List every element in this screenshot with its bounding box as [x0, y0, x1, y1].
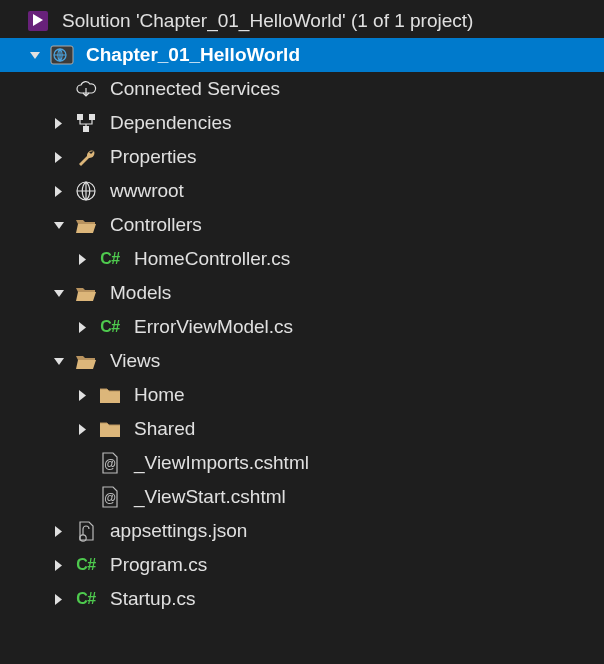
solution-icon: [22, 6, 54, 36]
expand-icon[interactable]: [48, 113, 68, 133]
cshtml-icon: [94, 448, 126, 478]
expand-icon[interactable]: [72, 317, 92, 337]
views-folder[interactable]: Views: [0, 344, 604, 378]
expand-icon[interactable]: [48, 555, 68, 575]
errorviewmodel-file[interactable]: C# ErrorViewModel.cs: [0, 310, 604, 344]
collapse-icon[interactable]: [48, 283, 68, 303]
node-label: _ViewImports.cshtml: [134, 452, 309, 474]
blank-expander: [72, 453, 92, 473]
node-label: Controllers: [110, 214, 202, 236]
viewstart-file[interactable]: _ViewStart.cshtml: [0, 480, 604, 514]
node-label: HomeController.cs: [134, 248, 290, 270]
csharp-icon: C#: [70, 584, 102, 614]
node-label: Shared: [134, 418, 195, 440]
homecontroller-file[interactable]: C# HomeController.cs: [0, 242, 604, 276]
expand-icon[interactable]: [48, 147, 68, 167]
node-label: _ViewStart.cshtml: [134, 486, 286, 508]
node-label: wwwroot: [110, 180, 184, 202]
solution-node[interactable]: Solution 'Chapter_01_HelloWorld' (1 of 1…: [0, 4, 604, 38]
expand-icon[interactable]: [48, 521, 68, 541]
cloud-icon: [70, 74, 102, 104]
node-label: Properties: [110, 146, 197, 168]
wrench-icon: [70, 142, 102, 172]
blank-expander: [48, 79, 68, 99]
project-icon: [46, 40, 78, 70]
cshtml-icon: [94, 482, 126, 512]
node-label: Home: [134, 384, 185, 406]
node-label: Program.cs: [110, 554, 207, 576]
folder-open-icon: [70, 346, 102, 376]
node-label: Views: [110, 350, 160, 372]
dependencies-node[interactable]: Dependencies: [0, 106, 604, 140]
folder-open-icon: [70, 210, 102, 240]
csharp-icon: C#: [94, 312, 126, 342]
wwwroot-node[interactable]: wwwroot: [0, 174, 604, 208]
blank-expander: [0, 11, 20, 31]
shared-folder[interactable]: Shared: [0, 412, 604, 446]
collapse-icon[interactable]: [48, 215, 68, 235]
viewimports-file[interactable]: _ViewImports.cshtml: [0, 446, 604, 480]
node-label: Startup.cs: [110, 588, 196, 610]
expand-icon[interactable]: [72, 385, 92, 405]
startup-file[interactable]: C# Startup.cs: [0, 582, 604, 616]
properties-node[interactable]: Properties: [0, 140, 604, 174]
folder-closed-icon: [94, 414, 126, 444]
expand-icon[interactable]: [72, 419, 92, 439]
csharp-icon: C#: [70, 550, 102, 580]
node-label: ErrorViewModel.cs: [134, 316, 293, 338]
solution-explorer-tree: Solution 'Chapter_01_HelloWorld' (1 of 1…: [0, 0, 604, 616]
home-folder[interactable]: Home: [0, 378, 604, 412]
program-file[interactable]: C# Program.cs: [0, 548, 604, 582]
csharp-icon: C#: [94, 244, 126, 274]
project-node[interactable]: Chapter_01_HelloWorld: [0, 38, 604, 72]
globe-icon: [70, 176, 102, 206]
connected-services-node[interactable]: Connected Services: [0, 72, 604, 106]
node-label: Models: [110, 282, 171, 304]
project-label: Chapter_01_HelloWorld: [86, 44, 300, 66]
models-folder[interactable]: Models: [0, 276, 604, 310]
node-label: Connected Services: [110, 78, 280, 100]
expand-icon[interactable]: [72, 249, 92, 269]
dependencies-icon: [70, 108, 102, 138]
solution-label: Solution 'Chapter_01_HelloWorld' (1 of 1…: [62, 10, 473, 32]
controllers-folder[interactable]: Controllers: [0, 208, 604, 242]
json-icon: [70, 516, 102, 546]
collapse-icon[interactable]: [48, 351, 68, 371]
node-label: Dependencies: [110, 112, 231, 134]
appsettings-file[interactable]: appsettings.json: [0, 514, 604, 548]
blank-expander: [72, 487, 92, 507]
folder-open-icon: [70, 278, 102, 308]
collapse-icon[interactable]: [24, 45, 44, 65]
node-label: appsettings.json: [110, 520, 247, 542]
expand-icon[interactable]: [48, 589, 68, 609]
expand-icon[interactable]: [48, 181, 68, 201]
folder-closed-icon: [94, 380, 126, 410]
